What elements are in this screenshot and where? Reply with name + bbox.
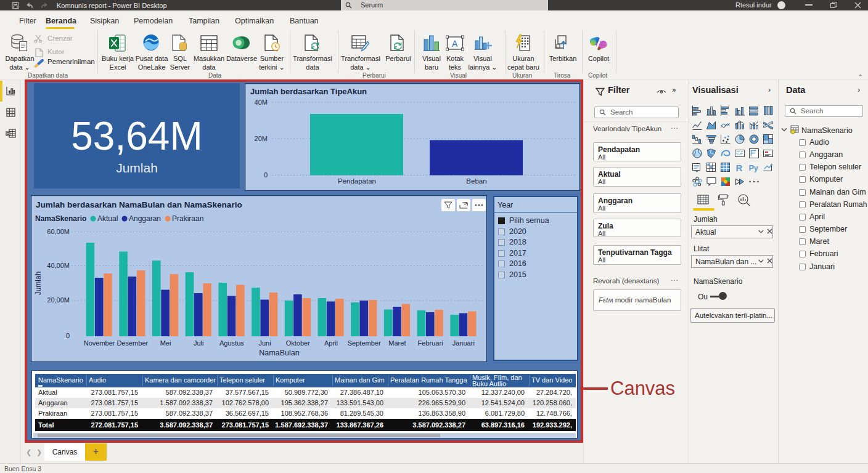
svg-text:Prakiraan: Prakiraan: [172, 214, 203, 223]
svg-text:20,00M: 20,00M: [47, 296, 70, 304]
svg-text:20M: 20M: [255, 135, 268, 142]
svg-text:Anggaran: Anggaran: [129, 214, 161, 223]
svg-text:September: September: [348, 339, 381, 347]
svg-text:Februari: Februari: [418, 339, 443, 347]
svg-text:60,00M: 60,00M: [47, 228, 70, 235]
svg-text:November: November: [84, 339, 115, 347]
svg-text:40M: 40M: [255, 99, 268, 106]
svg-text:R: R: [736, 163, 743, 173]
svg-text:Jumlah berdasarkan TipeAkun: Jumlah berdasarkan TipeAkun: [250, 87, 367, 96]
svg-text:Mei: Mei: [160, 339, 171, 347]
svg-text:NamaSkenario: NamaSkenario: [35, 214, 86, 223]
svg-text:Jumlah berdasarkan NamaBulan d: Jumlah berdasarkan NamaBulan dan NamaSke…: [36, 200, 242, 209]
svg-text:Oktober: Oktober: [286, 339, 310, 347]
svg-text:Pendapatan: Pendapatan: [338, 177, 376, 185]
svg-text:A: A: [452, 39, 458, 49]
svg-text:0: 0: [264, 171, 268, 179]
svg-text:Jumlah: Jumlah: [34, 272, 43, 296]
svg-text:Juli: Juli: [194, 339, 204, 347]
svg-text:Juni: Juni: [259, 339, 271, 347]
svg-text:Desember: Desember: [117, 339, 148, 347]
svg-text:Agustus: Agustus: [219, 339, 244, 347]
svg-text:Maret: Maret: [388, 339, 406, 347]
svg-text:Beban: Beban: [466, 177, 486, 185]
svg-text:Januari: Januari: [452, 339, 475, 347]
svg-text:April: April: [324, 339, 338, 347]
svg-text:NamaBulan: NamaBulan: [259, 349, 299, 357]
svg-text:40,00M: 40,00M: [47, 262, 70, 269]
svg-text:0: 0: [66, 332, 70, 339]
svg-text:Py: Py: [749, 164, 758, 172]
svg-text:Aktual: Aktual: [97, 214, 118, 223]
